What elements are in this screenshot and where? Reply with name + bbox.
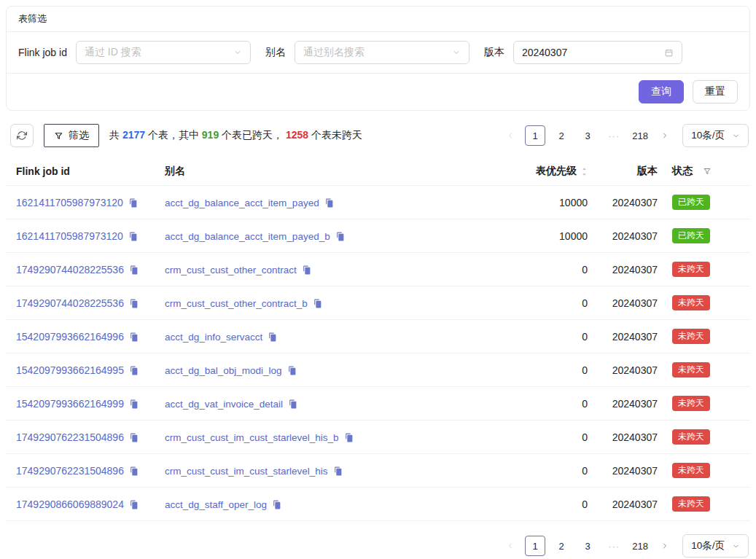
page-button-3[interactable]: 3: [577, 536, 598, 556]
copy-icon[interactable]: [335, 232, 345, 241]
status-badge: 未跨天: [672, 329, 710, 344]
copy-icon[interactable]: [129, 466, 139, 476]
alias-link[interactable]: crm_cust_cust_other_contract_b: [165, 298, 308, 309]
header-status: 状态: [666, 157, 750, 186]
page-ellipsis[interactable]: ···: [604, 125, 624, 146]
page-button-2[interactable]: 2: [551, 125, 572, 146]
table-summary: 共 2177 个表，其中 919 个表已跨天， 1258 个表未跨天: [109, 129, 362, 142]
priority-cell: 0: [474, 286, 596, 320]
copy-icon[interactable]: [129, 265, 139, 275]
table-row: 1749290744028225536 crm_cust_cust_other_…: [6, 286, 750, 320]
page-size-value: 10条/页: [691, 539, 725, 552]
job-id-link[interactable]: 1749290744028225536: [16, 264, 124, 275]
priority-cell: 0: [474, 353, 596, 387]
version-cell: 20240307: [596, 454, 666, 488]
table-row: 1749290866069889024 acct_dg_staff_oper_l…: [6, 488, 750, 521]
page-button-3[interactable]: 3: [577, 125, 598, 146]
priority-cell: 0: [474, 253, 596, 286]
page-button-1[interactable]: 1: [525, 536, 545, 556]
copy-icon[interactable]: [129, 399, 139, 409]
pagination-top: 1 2 3 ··· 218 10条/页: [502, 124, 749, 147]
priority-cell: 10000: [474, 219, 596, 253]
status-badge: 未跨天: [672, 396, 710, 411]
page-button-1[interactable]: 1: [525, 125, 545, 146]
alias-link[interactable]: acct_dg_info_servacct: [165, 332, 262, 343]
copy-icon[interactable]: [128, 232, 138, 241]
copy-icon[interactable]: [129, 433, 139, 442]
table-row: 1621411705987973120 acct_dg_balance_acct…: [6, 219, 750, 253]
table-row: 1542097993662164999 acct_dg_vat_invoice_…: [6, 387, 750, 421]
job-id-link[interactable]: 1542097993662164995: [16, 364, 124, 376]
field-flink-job-id: Flink job id 通过 ID 搜索: [18, 41, 251, 64]
copy-icon[interactable]: [129, 366, 139, 375]
job-id-link[interactable]: 1542097993662164999: [16, 398, 124, 410]
copy-icon[interactable]: [268, 332, 277, 342]
copy-icon[interactable]: [324, 198, 334, 208]
flink-job-id-select[interactable]: 通过 ID 搜索: [76, 41, 251, 64]
alias-link[interactable]: crm_cust_cust_im_cust_starlevel_his_b: [165, 432, 339, 443]
alias-link[interactable]: crm_cust_cust_other_contract: [165, 265, 297, 275]
status-badge: 未跨天: [672, 496, 710, 512]
version-date-picker[interactable]: [513, 41, 682, 64]
priority-cell: 0: [474, 387, 596, 421]
priority-cell: 10000: [474, 186, 596, 219]
alias-link[interactable]: acct_dg_vat_invoice_detail: [165, 399, 283, 410]
table-row: 1749290744028225536 crm_cust_cust_other_…: [6, 253, 750, 286]
page-ellipsis[interactable]: ···: [604, 536, 624, 556]
job-id-link[interactable]: 1749290744028225536: [16, 297, 124, 309]
copy-icon[interactable]: [129, 500, 139, 509]
job-id-link[interactable]: 1621411705987973120: [16, 230, 123, 242]
version-cell: 20240307: [596, 320, 666, 353]
alias-link[interactable]: acct_dg_balance_acct_item_payed_b: [165, 231, 330, 242]
next-page-icon[interactable]: [656, 536, 674, 556]
status-badge: 未跨天: [672, 429, 710, 445]
next-page-icon[interactable]: [656, 125, 674, 146]
copy-icon[interactable]: [128, 198, 138, 208]
job-id-link[interactable]: 1621411705987973120: [16, 197, 123, 208]
table-row: 1749290762231504896 crm_cust_cust_im_cus…: [6, 454, 750, 488]
alias-link[interactable]: acct_dg_staff_oper_log: [165, 499, 267, 510]
page-button-last[interactable]: 218: [630, 536, 650, 556]
copy-icon[interactable]: [288, 399, 297, 409]
copy-icon[interactable]: [129, 332, 139, 342]
alias-link[interactable]: acct_dg_bal_obj_modi_log: [165, 365, 282, 376]
job-id-link[interactable]: 1749290762231504896: [16, 431, 124, 443]
header-flink-job-id: Flink job id: [6, 157, 159, 186]
refresh-button[interactable]: [10, 124, 34, 147]
table-row: 1542097993662164995 acct_dg_bal_obj_modi…: [6, 353, 750, 387]
copy-icon[interactable]: [313, 299, 322, 308]
table-header-row: Flink job id 别名 表优先级 版本 状态: [6, 157, 750, 186]
job-id-link[interactable]: 1749290762231504896: [16, 465, 124, 477]
sort-icon[interactable]: [581, 166, 588, 177]
page-size-select[interactable]: 10条/页: [682, 124, 749, 147]
reset-button[interactable]: 重置: [693, 80, 738, 103]
alias-link[interactable]: acct_dg_balance_acct_item_payed: [165, 198, 319, 208]
chevron-down-icon: [233, 48, 242, 57]
copy-icon[interactable]: [344, 433, 354, 442]
page-button-last[interactable]: 218: [630, 125, 650, 146]
job-id-link[interactable]: 1542097993662164996: [16, 331, 124, 343]
job-id-link[interactable]: 1749290866069889024: [16, 499, 124, 510]
filter-toggle-button[interactable]: 筛选: [44, 124, 99, 147]
search-button[interactable]: 查询: [639, 80, 684, 103]
status-badge: 未跨天: [672, 295, 710, 310]
chevron-down-icon: [452, 48, 461, 57]
header-priority[interactable]: 表优先级: [474, 157, 596, 186]
alias-link[interactable]: crm_cust_cust_im_cust_starlevel_his: [165, 466, 328, 477]
copy-icon[interactable]: [129, 299, 139, 308]
page-size-select[interactable]: 10条/页: [682, 534, 749, 558]
version-input[interactable]: [522, 47, 650, 58]
alias-select[interactable]: 通过别名搜索: [295, 41, 469, 64]
copy-icon[interactable]: [287, 366, 297, 375]
copy-icon[interactable]: [302, 265, 311, 275]
field-version: 版本: [484, 41, 682, 64]
prev-page-icon[interactable]: [502, 125, 519, 146]
status-filter-icon[interactable]: [703, 167, 712, 176]
page-button-2[interactable]: 2: [551, 536, 572, 556]
status-badge: 未跨天: [672, 463, 710, 478]
copy-icon[interactable]: [333, 466, 343, 476]
table-row: 1749290762231504896 crm_cust_cust_im_cus…: [6, 421, 750, 454]
filter-icon: [54, 131, 63, 141]
copy-icon[interactable]: [272, 500, 281, 509]
prev-page-icon[interactable]: [502, 536, 519, 556]
